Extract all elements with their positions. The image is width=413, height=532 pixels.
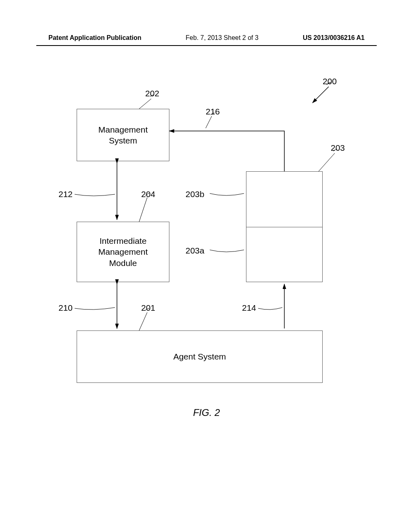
- header-publication: Patent Application Publication: [48, 34, 142, 42]
- figure-caption: FIG. 2: [0, 407, 413, 418]
- svg-line-5: [139, 312, 147, 330]
- svg-line-0: [313, 87, 329, 103]
- svg-line-1: [139, 99, 151, 109]
- svg-line-3: [319, 153, 335, 171]
- header-date-sheet: Feb. 7, 2013 Sheet 2 of 3: [186, 34, 259, 42]
- svg-line-4: [139, 197, 147, 222]
- header-divider: [36, 45, 377, 46]
- svg-line-2: [206, 116, 212, 128]
- diagram-container: Management System Intermediate Managemen…: [0, 73, 413, 435]
- connectors: [0, 73, 413, 435]
- header-patent-number: US 2013/0036216 A1: [303, 34, 365, 42]
